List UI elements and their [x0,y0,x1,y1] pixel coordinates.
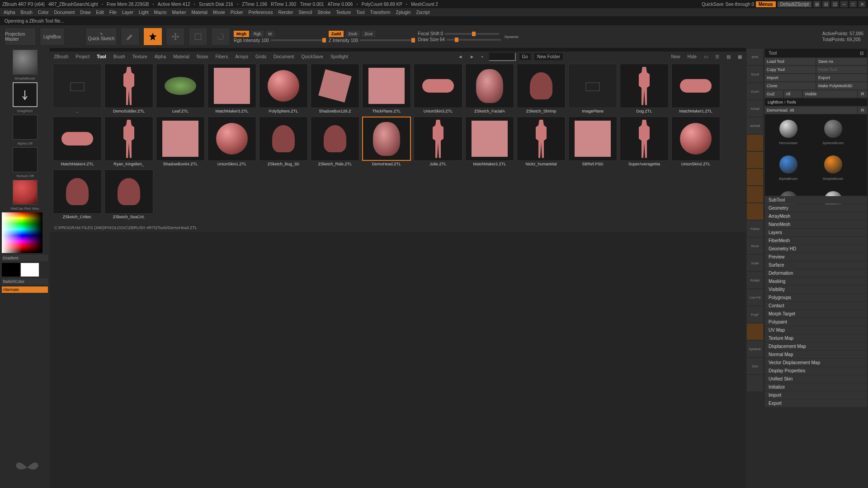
tab-document[interactable]: Document [272,53,296,60]
tool-item[interactable]: AlphaBrush [767,152,810,186]
dynamic-label[interactable]: Dynamic [505,35,519,39]
rtool-move[interactable]: Move [747,238,763,254]
panel-close-icon[interactable]: ⊟ [860,51,863,56]
export-btn[interactable]: Export [816,74,867,81]
material-preview[interactable] [13,180,38,205]
polymesh-btn[interactable]: Make PolyMesh3D [816,82,867,89]
rtool-solo[interactable]: Solo [747,358,763,374]
lightbox-item[interactable]: SBRef.PSD [567,117,618,169]
rtool-btn9[interactable] [747,203,763,220]
lightbox-item[interactable]: ZSketch_FacialA [464,64,515,116]
lightbox-item[interactable]: ZSketch_Ride.ZTL [310,117,360,169]
section-preview[interactable]: Preview [765,253,867,261]
tool-item[interactable]: DemoHead [767,116,810,150]
menu-light[interactable]: Light [139,10,149,15]
section-contact[interactable]: Contact [765,302,867,310]
goz-btn[interactable]: GoZ [765,90,783,98]
primary-color[interactable] [21,263,39,277]
rtool-btn19[interactable] [747,375,763,391]
tab-spotlight[interactable]: Spotlight [329,53,350,60]
menu-zscript[interactable]: Zscript [416,10,429,15]
load-tool-btn[interactable]: Load Tool [765,58,816,65]
import-btn[interactable]: Import [765,74,816,81]
path-input[interactable] [489,52,516,61]
lightbox-item[interactable]: Nickz_humanMal [516,117,566,169]
menu-render[interactable]: Render [278,10,293,15]
lightbox-item[interactable]: .. [52,64,103,116]
section-masking[interactable]: Masking [765,277,867,285]
rgb-intensity[interactable]: Rgb Intensity 100 [234,38,269,43]
z-intensity[interactable]: Z Intensity 100 [329,38,359,43]
canvas[interactable] [50,232,746,488]
lightbox-item[interactable]: DemoSoldier.ZTL [104,64,154,116]
lightbox-item[interactable]: ZSketch_Bug_3D [258,117,309,169]
tab-project[interactable]: Project [74,53,91,60]
rtool-frame[interactable]: Frame [747,221,763,237]
lightbox-item[interactable]: UnionSkin2.ZTL [670,117,721,169]
tab-alpha[interactable]: Alpha [153,53,168,60]
lightbox-item[interactable]: ImagePlane [567,64,618,116]
menu-brush[interactable]: Brush [21,10,33,15]
rtool-zoom[interactable]: Zoom [747,83,763,99]
menu-alpha[interactable]: Alpha [4,10,15,15]
stroke-preview[interactable] [13,82,38,107]
lightbox-item[interactable]: ZSketch_SeaCrit. [104,169,154,221]
tab-tool[interactable]: Tool [95,53,108,60]
section-uv-map[interactable]: UV Map [765,326,867,334]
newfolder-btn[interactable]: New Folder [534,53,563,60]
lightbox-item[interactable]: UnionSkin3.ZTL [413,64,463,116]
minimize-btn[interactable]: ─ [840,1,848,7]
menu-document[interactable]: Document [54,10,75,15]
rtool-aahalf[interactable]: AAHalf [747,117,763,134]
hide-btn[interactable]: Hide [685,53,698,60]
tab-brush[interactable]: Brush [112,53,127,60]
menu-color[interactable]: Color [38,10,49,15]
mrgb-btn[interactable]: Mrgb [234,31,249,37]
current-tool[interactable]: DemoHead. 48 [765,107,857,114]
gradient-btn[interactable]: Gradient [2,255,48,261]
menu-picker[interactable]: Picker [231,10,243,15]
maximize-btn[interactable]: □ [849,1,857,7]
lightbox-item[interactable]: SuperAverageMa [619,117,670,169]
lightbox-item[interactable]: ShadowBox64.ZTL [155,117,206,169]
section-geometry[interactable]: Geometry [765,204,867,212]
script-btn[interactable]: DefaultZScript [778,1,811,7]
rtool-rotate[interactable]: Rotate [747,272,763,288]
zcut-btn[interactable]: Zcut [362,31,375,37]
menu-zplugin[interactable]: Zplugin [396,10,411,15]
section-subtool[interactable]: SubTool [765,196,867,204]
rtool-bpr[interactable]: BPR [747,49,763,65]
r2-btn[interactable]: R [858,107,867,114]
tool-item[interactable]: SphereBrush [811,116,854,150]
nav-back[interactable]: ◄ [456,53,464,60]
new-btn[interactable]: New [669,53,682,60]
section-morph-target[interactable]: Morph Target [765,310,867,318]
view2-icon[interactable]: ☰ [713,53,721,60]
brush-preview[interactable] [13,50,38,75]
menus-btn[interactable]: Menus [756,1,776,7]
lightbox-item[interactable]: Leaf.ZTL [155,64,206,116]
save-as-btn[interactable]: Save As [816,58,867,65]
rtool-scroll[interactable]: Scroll [747,66,763,82]
visible-btn[interactable]: Visible [803,90,857,98]
section-displacement-map[interactable]: Displacement Map [765,343,867,350]
section-texture-map[interactable]: Texture Map [765,334,867,342]
quicksave-btn[interactable]: QuickSave [702,2,723,7]
tab-zbrush[interactable]: ZBrush [52,53,70,60]
section-unified-skin[interactable]: Unified Skin [765,375,867,383]
menu-preferences[interactable]: Preferences [249,10,273,15]
lightbox-item[interactable]: Julie.ZTL [413,117,463,169]
layout-btn[interactable]: ⊞ [813,1,821,7]
rtool-btn7[interactable] [747,169,763,185]
move-icon[interactable] [166,28,185,46]
close-btn[interactable]: ✕ [859,1,866,7]
section-visibility[interactable]: Visibility [765,286,867,293]
draw-size[interactable]: Draw Size 64 [418,37,444,42]
lightbox-item[interactable]: Ryan_Kingslien_ [104,117,154,169]
section-display-properties[interactable]: Display Properties [765,367,867,375]
menu-marker[interactable]: Marker [172,10,186,15]
section-arraymesh[interactable]: ArrayMesh [765,212,867,220]
lightbox-item[interactable]: DemoHead.ZTL [361,117,412,169]
menu-tool[interactable]: Tool [356,10,364,15]
rtool-btn16[interactable] [747,324,763,340]
